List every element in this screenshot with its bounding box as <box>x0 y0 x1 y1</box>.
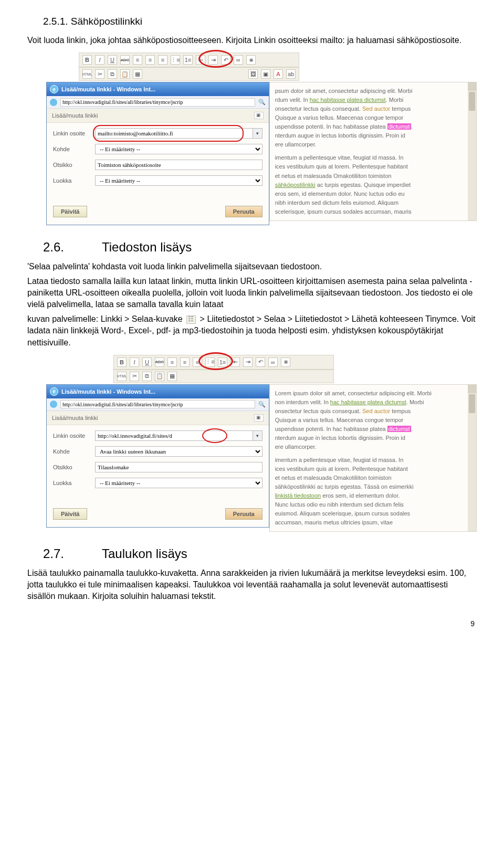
italic-button[interactable]: I <box>95 55 104 65</box>
link-url-input[interactable] <box>95 128 253 139</box>
para-251: Voit luoda linkin, joka johtaa sähköpost… <box>27 35 477 46</box>
align-center-icon[interactable]: ≡ <box>145 55 155 65</box>
browse-icon[interactable]: ▾ <box>253 430 262 441</box>
editor-toolbar: B I U ABC ≡ ≡ ≡ ⋮≡ 1≡ ⇤ ⇥ ↶ ∞ ⋇ <box>79 52 299 67</box>
heading-251: 2.5.1. Sähköpostilinkki <box>43 16 477 27</box>
cancel-button[interactable]: Peruuta <box>225 508 262 520</box>
media-icon[interactable]: ▣ <box>261 69 270 79</box>
editor-preview-1: psum dolor sit amet, consectetur adipisc… <box>269 82 477 221</box>
dialog-addressbar: 🔍 <box>47 398 269 411</box>
dialog-titlebar: e Lisää/muuta linkki - Windows Int... <box>47 82 269 96</box>
title-input[interactable] <box>95 462 262 472</box>
strike-button[interactable]: ABC <box>155 357 164 367</box>
heading-27: 2.7.Taulukon lisäys <box>43 546 477 561</box>
unlink-icon[interactable]: ⋇ <box>281 357 290 367</box>
dialog-addressbar: 🔍 <box>47 96 269 109</box>
ie-icon: e <box>50 387 58 396</box>
browse-server-icon <box>186 315 196 324</box>
unlink-icon[interactable]: ⋇ <box>246 55 256 65</box>
dialog-tab: Lisää/muuta linkki ▣ <box>47 411 269 425</box>
dialog-url-field[interactable] <box>60 400 255 408</box>
update-button[interactable]: Päivitä <box>53 508 87 520</box>
underline-button[interactable]: U <box>108 55 117 65</box>
html-button[interactable]: HTML <box>82 69 92 79</box>
label-luokka: Luokka <box>53 480 95 486</box>
label-url: Linkin osoite <box>53 433 95 439</box>
undo-icon[interactable]: ↶ <box>221 55 230 65</box>
bgcolor-icon[interactable]: ab <box>286 69 296 79</box>
para-26-2: Lataa tiedosto samalla lailla kun lataat… <box>27 276 477 310</box>
label-kohde: Kohde <box>53 146 95 152</box>
figure-1: B I U ABC ≡ ≡ ≡ ⋮≡ 1≡ ⇤ ⇥ ↶ ∞ ⋇ HTML ✂ ⧉… <box>46 52 477 225</box>
ie-icon: e <box>50 85 58 93</box>
class-select[interactable]: -- Ei määritetty -- <box>95 175 262 186</box>
link-url-input[interactable] <box>95 430 253 441</box>
title-input[interactable] <box>95 160 262 170</box>
para-26-3: kuvan palvelimelle: Linkki > Selaa-kuvak… <box>27 313 477 348</box>
heading-26: 2.6.Tiedoston lisäys <box>43 240 477 255</box>
link-dialog: e Lisää/muuta linkki - Windows Int... 🔍 … <box>46 82 269 225</box>
list-ol-icon[interactable]: 1≡ <box>183 55 193 65</box>
html-button[interactable]: HTML <box>117 372 127 381</box>
dialog-tab-label: Lisää/muuta linkki <box>52 112 98 119</box>
dialog-title: Lisää/muuta linkki - Windows Int... <box>61 388 155 395</box>
copy-icon[interactable]: ⧉ <box>108 69 117 79</box>
label-kohde: Kohde <box>53 448 95 455</box>
editor-toolbar-2: HTML ✂ ⧉ 📋 ▦ <box>113 370 334 383</box>
table-icon[interactable]: ▦ <box>133 69 142 79</box>
scrollbar[interactable] <box>468 385 476 532</box>
editor-toolbar-2: HTML ✂ ⧉ 📋 ▦ 🖼 ▣ A ab <box>79 67 299 81</box>
close-icon[interactable]: ▣ <box>254 414 264 422</box>
dialog-tab: Lisää/muuta linkki ▣ <box>47 109 269 123</box>
outdent-icon[interactable]: ⇤ <box>196 55 205 65</box>
para-26-1: 'Selaa palvelinta' kohdasta voit luoda l… <box>27 261 477 272</box>
update-button[interactable]: Päivitä <box>53 206 87 217</box>
label-otsikko: Otsikko <box>53 464 95 470</box>
search-icon[interactable]: 🔍 <box>258 99 266 106</box>
target-select[interactable]: -- Ei määritetty -- <box>95 144 262 154</box>
image-icon[interactable]: 🖼 <box>248 69 258 79</box>
dialog-titlebar: e Lisää/muuta linkki - Windows Int... <box>47 385 269 398</box>
browse-icon[interactable]: ▾ <box>253 128 262 139</box>
editor-preview-2: Lorem ipsum dolor sit amet, consectetur … <box>269 384 477 532</box>
label-url: Linkin osoite <box>53 130 95 136</box>
align-right-icon[interactable]: ≡ <box>158 55 167 65</box>
class-select[interactable]: -- Ei määritetty -- <box>95 478 262 488</box>
bold-button[interactable]: B <box>82 55 92 65</box>
figure-2: B I U ABC ≡ ≡ ≡ ⋮≡ 1≡ ⇤ ⇥ ↶ ∞ ⋇ HTML ✂ ⧉… <box>46 355 477 532</box>
label-luokka: Luokka <box>53 177 95 184</box>
target-select[interactable]: Avaa linkki uuteen ikkunaan <box>95 446 262 457</box>
scrollbar[interactable] <box>468 82 476 220</box>
ie-icon-small <box>50 401 57 408</box>
page-number: 9 <box>27 619 477 628</box>
strike-button[interactable]: ABC <box>120 55 130 65</box>
cut-icon[interactable]: ✂ <box>95 69 104 79</box>
list-ul-icon[interactable]: ⋮≡ <box>171 55 180 65</box>
para-27: Lisää taulukko painamalla taulukko-kuvak… <box>27 567 477 602</box>
underline-button[interactable]: U <box>142 357 152 367</box>
italic-button[interactable]: I <box>130 357 139 367</box>
dialog-url-field[interactable] <box>60 98 255 107</box>
link-dialog: e Lisää/muuta linkki - Windows Int... 🔍 … <box>46 384 269 528</box>
link-icon[interactable]: ∞ <box>268 357 278 367</box>
editor-toolbar: B I U ABC ≡ ≡ ≡ ⋮≡ 1≡ ⇤ ⇥ ↶ ∞ ⋇ <box>113 355 334 370</box>
dialog-tab-label: Lisää/muuta linkki <box>52 415 98 421</box>
close-icon[interactable]: ▣ <box>254 112 264 119</box>
ie-icon-small <box>50 99 57 106</box>
bold-button[interactable]: B <box>117 357 127 367</box>
color-icon[interactable]: A <box>274 69 283 79</box>
link-icon[interactable]: ∞ <box>234 55 243 65</box>
align-left-icon[interactable]: ≡ <box>133 55 142 65</box>
dialog-title: Lisää/muuta linkki - Windows Int... <box>61 86 155 92</box>
label-otsikko: Otsikko <box>53 162 95 168</box>
search-icon[interactable]: 🔍 <box>258 401 266 408</box>
paste-icon[interactable]: 📋 <box>120 69 130 79</box>
cancel-button[interactable]: Peruuta <box>225 206 262 217</box>
red-circle-marker <box>198 352 233 370</box>
indent-icon[interactable]: ⇥ <box>208 55 218 65</box>
